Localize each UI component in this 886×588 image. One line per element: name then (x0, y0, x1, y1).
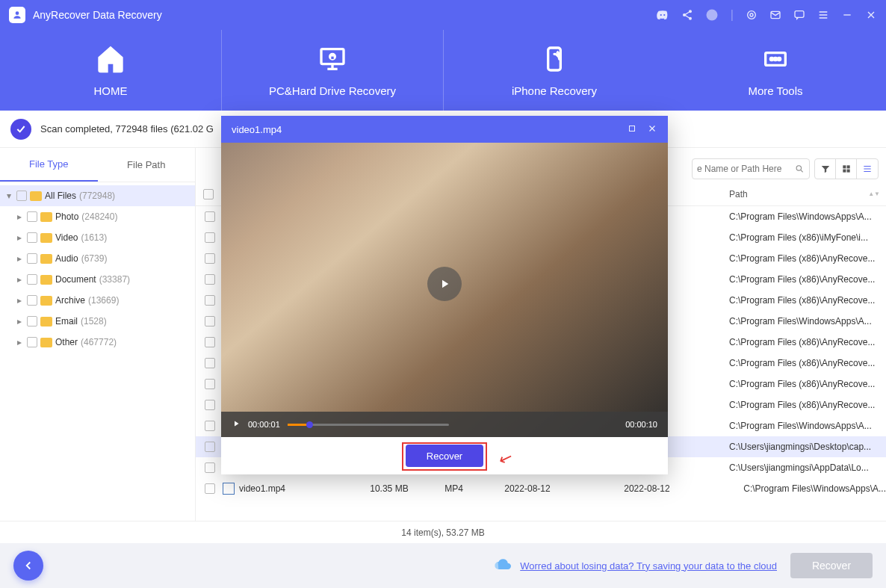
tree-label: Archive (55, 295, 85, 306)
file-path: C:\Program Files (x86)\AnyRecove... (722, 253, 886, 264)
discord-icon[interactable] (656, 8, 669, 22)
checkbox[interactable] (205, 316, 215, 327)
tab-file-path[interactable]: File Path (98, 148, 196, 182)
cloud-backup-link[interactable]: Worred about losing data? Try saving you… (493, 558, 777, 573)
play-button[interactable] (427, 267, 462, 301)
chevron-right-icon: ▸ (15, 295, 24, 306)
sort-icon[interactable]: ▲▼ (868, 192, 880, 196)
progress-bar[interactable] (288, 424, 449, 426)
checkbox[interactable] (205, 462, 215, 473)
checkbox[interactable] (205, 400, 215, 410)
arrow-annotation: ↙ (496, 448, 515, 471)
user-icon[interactable] (705, 8, 719, 22)
chat-icon[interactable] (793, 9, 805, 21)
checkbox[interactable] (27, 211, 37, 222)
menu-icon[interactable] (817, 9, 829, 21)
time-total: 00:00:10 (625, 420, 657, 429)
back-button[interactable] (13, 551, 43, 581)
folder-icon (40, 338, 52, 347)
sidebar: File Type File Path ▾ All Files (772948)… (0, 148, 196, 521)
recover-button[interactable]: Recover (406, 445, 483, 467)
tree-count: (248240) (81, 211, 117, 222)
tree-label: Document (55, 274, 96, 285)
folder-icon (40, 212, 52, 222)
bottom-bar: Worred about losing data? Try saving you… (0, 543, 886, 588)
maximize-icon[interactable] (628, 124, 636, 135)
checkbox[interactable] (205, 274, 215, 285)
checkbox[interactable] (27, 232, 37, 243)
svg-point-7 (748, 11, 756, 19)
svg-point-0 (16, 11, 19, 15)
checkbox[interactable] (205, 358, 215, 368)
monitor-icon (317, 44, 347, 74)
tree-all-files[interactable]: ▾ All Files (772948) (0, 185, 195, 206)
tree-item[interactable]: ▸ Other (467772) (0, 332, 195, 353)
file-path: C:\Program Files (x86)\AnyRecove... (722, 400, 886, 410)
video-file-icon (223, 483, 235, 495)
checkbox[interactable] (205, 253, 215, 264)
chevron-right-icon: ▸ (15, 337, 24, 347)
video-controls: 00:00:01 00:00:10 (221, 412, 668, 437)
chevron-right-icon: ▸ (15, 232, 24, 243)
nav-tools[interactable]: More Tools (665, 30, 886, 111)
close-icon[interactable] (865, 9, 877, 21)
checkbox[interactable] (27, 274, 37, 285)
nav-home-label: HOME (94, 84, 128, 97)
tree-label: Other (55, 337, 78, 347)
tree-count: (1528) (81, 316, 107, 327)
phone-icon (539, 44, 569, 74)
file-size: 10.35 MB (370, 483, 444, 494)
tree-item[interactable]: ▸ Archive (13669) (0, 290, 195, 311)
checkbox[interactable] (205, 442, 215, 452)
tree-item[interactable]: ▸ Document (33387) (0, 269, 195, 290)
recover-button-disabled[interactable]: Recover (790, 553, 873, 578)
close-icon[interactable] (647, 123, 657, 136)
more-icon (760, 44, 790, 74)
chevron-down-icon: ▾ (4, 191, 13, 201)
tree-count: (467772) (81, 337, 117, 347)
mail-icon[interactable] (769, 9, 781, 21)
tree-item[interactable]: ▸ Video (1613) (0, 227, 195, 248)
checkbox[interactable] (205, 379, 215, 389)
nav-home[interactable]: HOME (0, 30, 221, 111)
checkbox[interactable] (27, 316, 37, 327)
svg-point-2 (663, 14, 665, 16)
tree-label: Photo (55, 211, 78, 222)
nav-iphone[interactable]: iPhone Recovery (444, 30, 665, 111)
checkbox[interactable] (205, 421, 215, 431)
tab-file-type[interactable]: File Type (0, 148, 98, 182)
share-icon[interactable] (681, 9, 693, 21)
table-row[interactable]: video1.mp4 10.35 MB MP4 2022-08-12 2022-… (196, 478, 886, 499)
nav-pc[interactable]: PC&Hard Drive Recovery (221, 30, 444, 111)
checkbox[interactable] (205, 337, 215, 347)
checkbox[interactable] (205, 211, 215, 222)
minimize-icon[interactable] (841, 9, 853, 21)
tree-item[interactable]: ▸ Email (1528) (0, 311, 195, 332)
chevron-right-icon: ▸ (15, 316, 24, 327)
play-icon[interactable] (232, 419, 241, 430)
tree-item[interactable]: ▸ Audio (6739) (0, 248, 195, 269)
checkbox-all[interactable] (203, 189, 214, 199)
home-icon (96, 44, 126, 74)
tree-label: All Files (45, 191, 76, 201)
checkbox[interactable] (27, 253, 37, 264)
svg-rect-23 (630, 126, 635, 131)
tree-count: (33387) (99, 274, 130, 285)
tree-item[interactable]: ▸ Photo (248240) (0, 206, 195, 227)
tree-label: Email (55, 316, 78, 327)
checkbox[interactable] (205, 232, 215, 243)
col-path-label[interactable]: Path (729, 189, 748, 199)
target-icon[interactable] (746, 9, 758, 21)
file-name: video1.mp4 (239, 483, 285, 494)
checkbox[interactable] (16, 191, 27, 201)
checkbox[interactable] (27, 295, 37, 306)
tree-label: Video (55, 232, 78, 243)
video-preview[interactable]: 00:00:01 00:00:10 (221, 143, 668, 437)
summary-text: 14 item(s), 53.27 MB (401, 527, 484, 538)
folder-icon (40, 317, 52, 327)
modal-title-text: video1.mp4 (232, 124, 282, 135)
checkbox[interactable] (205, 483, 215, 494)
checkbox[interactable] (27, 337, 37, 347)
checkbox[interactable] (205, 295, 215, 306)
file-path: C:\Program Files (x86)\iMyFone\i... (722, 232, 886, 243)
